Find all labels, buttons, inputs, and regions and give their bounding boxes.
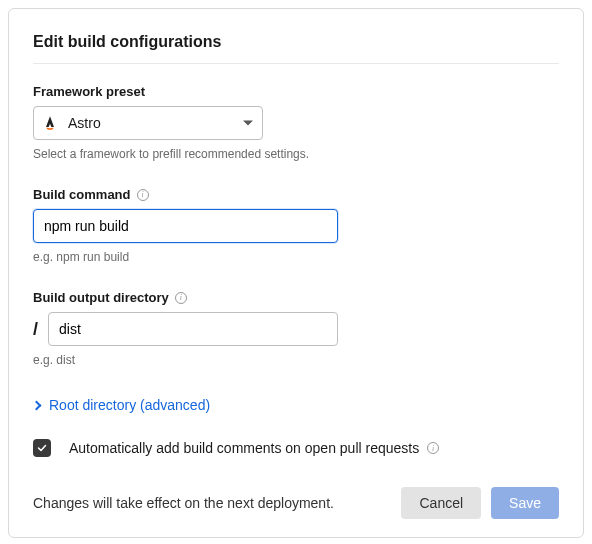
save-button[interactable]: Save <box>491 487 559 519</box>
info-icon[interactable]: i <box>175 292 187 304</box>
output-dir-label-text: Build output directory <box>33 290 169 305</box>
caret-down-icon <box>243 121 253 126</box>
auto-comments-label-text: Automatically add build comments on open… <box>69 440 419 456</box>
build-command-section: Build command i e.g. npm run build <box>33 187 559 264</box>
framework-label: Framework preset <box>33 84 559 99</box>
chevron-right-icon <box>32 400 42 410</box>
framework-select[interactable]: Astro <box>33 106 263 140</box>
output-dir-row: / <box>33 312 338 346</box>
output-dir-label: Build output directory i <box>33 290 559 305</box>
auto-comments-checkbox[interactable] <box>33 439 51 457</box>
page-title: Edit build configurations <box>33 33 559 63</box>
cancel-button[interactable]: Cancel <box>401 487 481 519</box>
footer-actions: Cancel Save <box>401 487 559 519</box>
root-directory-toggle[interactable]: Root directory (advanced) <box>33 397 210 413</box>
root-directory-label: Root directory (advanced) <box>49 397 210 413</box>
framework-label-text: Framework preset <box>33 84 145 99</box>
framework-hint: Select a framework to prefill recommende… <box>33 147 559 161</box>
footer-note: Changes will take effect on the next dep… <box>33 495 334 511</box>
auto-comments-row: Automatically add build comments on open… <box>33 439 559 457</box>
build-command-input[interactable] <box>33 209 338 243</box>
framework-select-wrap: Astro <box>33 106 263 140</box>
output-dir-input[interactable] <box>48 312 338 346</box>
build-config-card: Edit build configurations Framework pres… <box>8 8 584 538</box>
footer: Changes will take effect on the next dep… <box>33 487 559 519</box>
divider <box>33 63 559 64</box>
path-slash: / <box>33 319 38 340</box>
framework-section: Framework preset Astro Select a framewor… <box>33 84 559 161</box>
build-command-label: Build command i <box>33 187 559 202</box>
auto-comments-label: Automatically add build comments on open… <box>69 440 439 456</box>
output-dir-section: Build output directory i / e.g. dist <box>33 290 559 367</box>
build-command-hint: e.g. npm run build <box>33 250 559 264</box>
astro-icon <box>42 115 58 131</box>
info-icon[interactable]: i <box>427 442 439 454</box>
output-dir-hint: e.g. dist <box>33 353 559 367</box>
build-command-label-text: Build command <box>33 187 131 202</box>
build-command-field-wrap <box>33 209 338 243</box>
framework-value: Astro <box>68 115 101 131</box>
info-icon[interactable]: i <box>137 189 149 201</box>
